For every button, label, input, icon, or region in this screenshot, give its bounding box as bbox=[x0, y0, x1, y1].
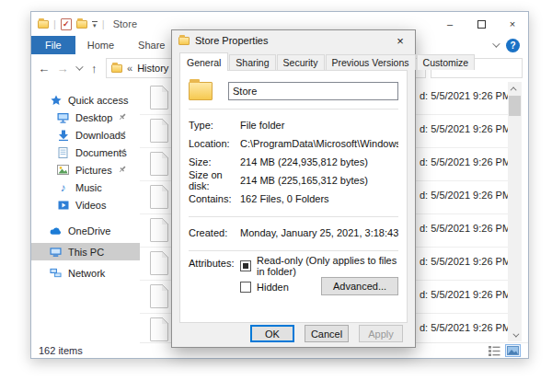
sidebar-item-pictures[interactable]: Pictures bbox=[31, 161, 140, 179]
readonly-checkbox[interactable] bbox=[240, 260, 251, 271]
created-label: Created: bbox=[189, 227, 240, 238]
item-count: 162 items bbox=[39, 345, 83, 356]
folder-name-input[interactable] bbox=[228, 82, 398, 100]
file-icon bbox=[150, 284, 168, 308]
document-icon bbox=[57, 146, 69, 158]
sidebar-item-label: Music bbox=[75, 182, 102, 193]
sidebar-item-desktop[interactable]: Desktop bbox=[31, 109, 140, 126]
location-label: Location: bbox=[189, 138, 240, 149]
dialog-folder-icon bbox=[178, 37, 190, 45]
size-on-disk-value: 214 MB (225,165,312 bytes) bbox=[240, 175, 398, 186]
attributes-label: Attributes: bbox=[189, 258, 240, 295]
tab-file[interactable]: File bbox=[31, 36, 75, 54]
size-label: Size: bbox=[189, 156, 240, 167]
file-icon bbox=[150, 119, 168, 143]
type-label: Type: bbox=[189, 120, 240, 131]
sidebar-item-downloads[interactable]: Downloads bbox=[31, 126, 140, 144]
sidebar-item-label: This PC bbox=[68, 247, 104, 258]
close-button[interactable]: × bbox=[497, 12, 528, 36]
sidebar-item-videos[interactable]: Videos bbox=[31, 196, 140, 213]
store-properties-dialog: Store Properties × General Sharing Secur… bbox=[171, 29, 416, 348]
sidebar-item-onedrive[interactable]: OneDrive bbox=[31, 222, 140, 239]
advanced-button[interactable]: Advanced... bbox=[321, 277, 398, 295]
sidebar-item-quick-access[interactable]: Quick access bbox=[31, 91, 140, 109]
dialog-close-button[interactable]: × bbox=[385, 30, 415, 51]
dialog-title-bar: Store Properties × bbox=[172, 30, 415, 51]
expand-ribbon-icon[interactable] bbox=[492, 40, 500, 47]
separator: | bbox=[102, 18, 105, 29]
general-tab-page: Type: File folder Location: C:\ProgramDa… bbox=[179, 70, 408, 323]
tab-sharing[interactable]: Sharing bbox=[229, 54, 275, 70]
file-date-modified: d: 5/5/2021 9:26 PM bbox=[420, 190, 511, 201]
pin-icon bbox=[118, 165, 127, 174]
location-value: C:\ProgramData\Microsoft\Windows Defende… bbox=[240, 138, 398, 149]
breadcrumb-collapse[interactable]: « bbox=[127, 63, 132, 74]
back-button[interactable]: ← bbox=[37, 62, 51, 75]
file-icon bbox=[150, 185, 168, 209]
download-arrow-icon bbox=[57, 129, 69, 141]
file-icon bbox=[150, 251, 168, 275]
properties-shortcut-icon[interactable]: ✓ bbox=[61, 18, 72, 30]
up-button[interactable]: ↑ bbox=[87, 62, 101, 75]
scroll-up-button[interactable] bbox=[508, 82, 522, 95]
window-title: Store bbox=[113, 18, 137, 29]
tab-home[interactable]: Home bbox=[75, 36, 126, 54]
file-icon bbox=[150, 317, 168, 341]
hidden-checkbox[interactable] bbox=[240, 282, 251, 293]
size-value: 214 MB (224,935,812 bytes) bbox=[240, 156, 398, 167]
forward-button[interactable]: → bbox=[55, 62, 69, 75]
sidebar-item-this-pc[interactable]: This PC bbox=[31, 243, 140, 260]
sidebar-item-label: OneDrive bbox=[68, 225, 110, 236]
hidden-label: Hidden bbox=[257, 282, 289, 293]
file-icon bbox=[150, 218, 168, 242]
tab-general[interactable]: General bbox=[179, 52, 228, 71]
cancel-button[interactable]: Cancel bbox=[305, 325, 349, 342]
computer-icon bbox=[50, 246, 62, 258]
details-view-button[interactable] bbox=[487, 344, 502, 357]
file-icon bbox=[150, 152, 168, 176]
readonly-label: Read-only (Only applies to files in fold… bbox=[257, 255, 398, 277]
cloud-icon bbox=[50, 225, 62, 236]
divider bbox=[189, 109, 398, 110]
thumbnail-view-button[interactable] bbox=[505, 344, 521, 357]
app-folder-icon bbox=[38, 20, 49, 29]
divider bbox=[189, 250, 398, 251]
tab-previous-versions[interactable]: Previous Versions bbox=[326, 54, 416, 70]
minimize-button[interactable]: – bbox=[434, 12, 466, 36]
contains-label: Contains: bbox=[189, 193, 240, 204]
tab-share[interactable]: Share bbox=[126, 36, 177, 54]
sidebar-item-label: Pictures bbox=[75, 165, 112, 176]
file-icon bbox=[150, 86, 168, 110]
separator: | bbox=[53, 18, 56, 29]
tab-customize[interactable]: Customize bbox=[417, 54, 476, 70]
maximize-button[interactable] bbox=[466, 12, 497, 36]
sidebar-item-network[interactable]: Network bbox=[31, 264, 140, 282]
sidebar-item-label: Network bbox=[68, 268, 105, 279]
breadcrumb-item-history[interactable]: History bbox=[137, 63, 168, 74]
maximize-icon bbox=[477, 20, 486, 29]
file-date-modified: d: 5/5/2021 9:26 PM bbox=[420, 256, 511, 267]
sidebar-item-documents[interactable]: Documents bbox=[31, 144, 140, 161]
ok-button[interactable]: OK bbox=[250, 325, 294, 342]
customize-qat-button[interactable]: ▾ bbox=[92, 21, 98, 28]
recent-locations-icon[interactable] bbox=[75, 63, 83, 70]
pin-icon bbox=[118, 130, 127, 139]
scrollbar-thumb[interactable] bbox=[509, 96, 521, 116]
file-date-modified: d: 5/5/2021 9:26 PM bbox=[420, 90, 511, 101]
help-button[interactable]: ? bbox=[506, 39, 520, 52]
star-icon bbox=[50, 94, 62, 106]
divider bbox=[189, 216, 398, 217]
vertical-scrollbar[interactable] bbox=[508, 82, 522, 341]
dialog-footer: OK Cancel Apply bbox=[250, 325, 403, 342]
new-folder-shortcut-icon[interactable] bbox=[76, 20, 87, 29]
created-value: Monday, January 25, 2021, 3:18:43 AM bbox=[240, 227, 398, 238]
navigation-pane: Quick access Desktop Downloads bbox=[31, 82, 140, 343]
apply-button[interactable]: Apply bbox=[359, 325, 403, 342]
tab-security[interactable]: Security bbox=[277, 54, 325, 70]
video-icon bbox=[57, 199, 69, 211]
network-icon bbox=[50, 267, 62, 279]
file-date-modified: d: 5/5/2021 9:26 PM bbox=[420, 123, 511, 134]
scroll-down-button[interactable] bbox=[508, 329, 522, 341]
dialog-tab-strip: General Sharing Security Previous Versio… bbox=[179, 53, 408, 70]
sidebar-item-music[interactable]: ♪ Music bbox=[31, 179, 140, 196]
